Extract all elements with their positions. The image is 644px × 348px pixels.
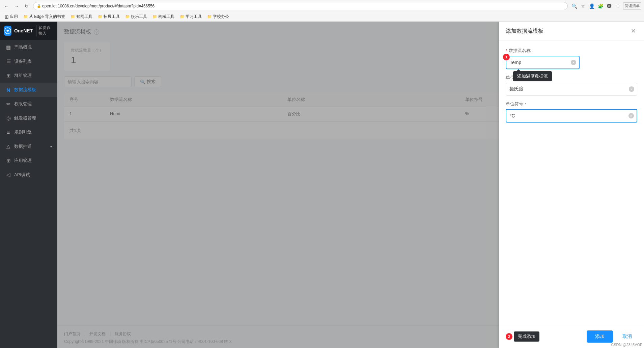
sidebar-item-apps[interactable]: ⊞ 应用管理 bbox=[0, 154, 57, 168]
panel-close-button[interactable]: ✕ bbox=[629, 27, 637, 35]
step1-badge: 1 bbox=[503, 54, 510, 60]
unit-name-input-wrap: × bbox=[506, 83, 637, 96]
apps-grid-icon: ⊞ bbox=[5, 14, 9, 20]
sidebar-label-datastream: 数据流模板 bbox=[14, 87, 36, 93]
bookmark-study[interactable]: 📁 学习工具 bbox=[178, 13, 204, 20]
sidebar-logo: OneNET 多协议接入 bbox=[0, 22, 57, 40]
tooltip2-text: 完成添加 bbox=[518, 334, 535, 339]
datastream-name-input[interactable] bbox=[506, 56, 579, 69]
unit-name-clear-button[interactable]: × bbox=[629, 86, 634, 92]
search-browser-icon[interactable]: 🔍 bbox=[570, 2, 578, 10]
form-group-name: * 数据流名称： × 1 添加温度数据流 bbox=[506, 48, 637, 69]
logo-brand: OneNET bbox=[14, 28, 33, 33]
triggers-icon: ◎ bbox=[5, 115, 11, 121]
sidebar-item-devices[interactable]: ☰ 设备列表 bbox=[0, 54, 57, 69]
app-container: OneNET 多协议接入 ▦ 产品概况 ☰ 设备列表 ⊞ 群组管理 N 数据流模… bbox=[0, 22, 644, 348]
folder-icon-zhiwang: 📁 bbox=[71, 15, 75, 19]
bookmark-entertainment[interactable]: 📁 娱乐工具 bbox=[123, 13, 149, 20]
folder-icon-school: 📁 bbox=[207, 15, 212, 19]
refresh-button[interactable]: ↻ bbox=[23, 2, 30, 10]
push-chevron-icon: ▾ bbox=[50, 145, 52, 149]
cancel-button[interactable]: 取消 bbox=[617, 330, 637, 343]
bookmarks-bar: ⊞ 应用 📁 从 Edge 导入的书签 📁 知网工具 📁 拓展工具 📁 娱乐工具… bbox=[0, 12, 644, 22]
push-icon: △ bbox=[5, 143, 11, 150]
bookmark-school[interactable]: 📁 学校办公 bbox=[205, 13, 231, 20]
form-group-unit-symbol: 单位符号： × bbox=[506, 101, 637, 123]
sidebar-item-push[interactable]: △ 数据推送 ▾ bbox=[0, 139, 57, 154]
unit-symbol-input-wrap: × bbox=[506, 109, 637, 123]
sidebar-label-push: 数据推送 bbox=[14, 143, 32, 150]
unit-symbol-clear-button[interactable]: × bbox=[628, 113, 634, 118]
bookmark-zhiwang[interactable]: 📁 知网工具 bbox=[68, 13, 94, 20]
unit-symbol-input[interactable] bbox=[506, 110, 637, 122]
panel-header: 添加数据流模板 ✕ bbox=[499, 22, 644, 41]
sidebar-label-devices: 设备列表 bbox=[14, 58, 32, 64]
form-label-name: * 数据流名称： bbox=[506, 48, 637, 54]
bookmark-extension[interactable]: 📁 拓展工具 bbox=[96, 13, 122, 20]
bookmark-apps-label: 应用 bbox=[10, 14, 18, 20]
sidebar-item-permissions[interactable]: ✏ 权限管理 bbox=[0, 97, 57, 111]
sidebar-item-triggers[interactable]: ◎ 触发器管理 bbox=[0, 111, 57, 125]
address-bar[interactable]: 🔒 open.iot.10086.cn/develop/mqtt/product… bbox=[33, 2, 568, 10]
side-panel: 添加数据流模板 ✕ * 数据流名称： × 1 bbox=[499, 22, 644, 348]
sidebar-label-api: API调试 bbox=[14, 172, 30, 178]
sidebar: OneNET 多协议接入 ▦ 产品概况 ☰ 设备列表 ⊞ 群组管理 N 数据流模… bbox=[0, 22, 57, 348]
api-icon: ◁ bbox=[5, 172, 11, 178]
devices-icon: ☰ bbox=[5, 58, 11, 64]
name-label-text: 数据流名称： bbox=[509, 48, 535, 54]
unit-name-input[interactable] bbox=[506, 83, 637, 95]
sidebar-label-groups: 群组管理 bbox=[14, 73, 32, 79]
add-button[interactable]: 添加 bbox=[587, 330, 613, 343]
tooltip1-box: 添加温度数据流 bbox=[513, 71, 552, 81]
extension-icon[interactable]: 🧩 bbox=[597, 2, 604, 10]
folder-icon-ent: 📁 bbox=[125, 15, 130, 19]
read-mode-btn[interactable]: 阅读清单 bbox=[623, 2, 641, 10]
star-icon[interactable]: ☆ bbox=[579, 2, 587, 10]
main-content: 数据流模板 ? 数据流数量（个） 1 🔍 搜索 序号 数据流名称 单位名称 bbox=[57, 22, 644, 348]
datastream-icon: N bbox=[5, 87, 11, 93]
url-text: open.iot.10086.cn/develop/mqtt/product/#… bbox=[42, 4, 155, 8]
browser-bar: ← → ↻ 🔒 open.iot.10086.cn/develop/mqtt/p… bbox=[0, 0, 644, 12]
step2-tooltip-wrap: 2 完成添加 bbox=[506, 331, 539, 342]
form-label-unit-symbol: 单位符号： bbox=[506, 101, 637, 107]
sidebar-label-permissions: 权限管理 bbox=[14, 101, 32, 107]
permissions-icon: ✏ bbox=[5, 101, 11, 107]
folder-icon-mech: 📁 bbox=[152, 15, 157, 19]
name-clear-button[interactable]: × bbox=[571, 60, 576, 65]
sidebar-label-rules: 规则引擎 bbox=[14, 129, 32, 135]
sidebar-item-overview[interactable]: ▦ 产品概况 bbox=[0, 40, 57, 54]
lock-icon: 🔒 bbox=[37, 4, 41, 8]
browser-actions: 🔍 ☆ 👤 🧩 🅐 ⋮ 阅读清单 bbox=[570, 2, 641, 10]
step2-number: 2 bbox=[508, 334, 510, 339]
sidebar-item-rules[interactable]: ≡ 规则引擎 bbox=[0, 125, 57, 139]
groups-icon: ⊞ bbox=[5, 73, 11, 79]
menu-icon[interactable]: ⋮ bbox=[614, 2, 622, 10]
bookmark-apps[interactable]: ⊞ 应用 bbox=[3, 13, 20, 20]
sidebar-label-triggers: 触发器管理 bbox=[14, 115, 36, 121]
apps-icon: ⊞ bbox=[5, 158, 11, 164]
sidebar-item-datastream[interactable]: N 数据流模板 bbox=[0, 83, 57, 97]
tooltip1-text: 添加温度数据流 bbox=[517, 74, 548, 79]
logo-icon bbox=[4, 26, 11, 36]
bookmark-mechanical[interactable]: 📁 机械工具 bbox=[150, 13, 176, 20]
step1-number: 1 bbox=[505, 55, 507, 59]
unit-symbol-label-text: 单位符号： bbox=[506, 101, 528, 107]
back-button[interactable]: ← bbox=[3, 2, 10, 10]
sidebar-label-overview: 产品概况 bbox=[14, 44, 32, 50]
sidebar-label-apps: 应用管理 bbox=[14, 158, 32, 164]
panel-body: * 数据流名称： × 1 添加温度数据流 bbox=[499, 41, 644, 325]
csdn-watermark: CSDN @2345VOR bbox=[611, 343, 643, 347]
panel-title: 添加数据流模板 bbox=[506, 28, 543, 35]
folder-icon-ext: 📁 bbox=[98, 15, 103, 19]
rules-icon: ≡ bbox=[5, 129, 11, 135]
folder-icon-study: 📁 bbox=[180, 15, 185, 19]
profile-icon[interactable]: 👤 bbox=[588, 2, 595, 10]
account-icon[interactable]: 🅐 bbox=[606, 2, 613, 10]
tooltip2-box: 完成添加 bbox=[514, 331, 539, 342]
logo-subtitle: 多协议接入 bbox=[36, 25, 53, 36]
bookmark-edge[interactable]: 📁 从 Edge 导入的书签 bbox=[21, 13, 67, 20]
sidebar-item-groups[interactable]: ⊞ 群组管理 bbox=[0, 69, 57, 83]
sidebar-item-api[interactable]: ◁ API调试 bbox=[0, 168, 57, 182]
step2-badge: 2 bbox=[506, 333, 512, 340]
forward-button[interactable]: → bbox=[13, 2, 20, 10]
